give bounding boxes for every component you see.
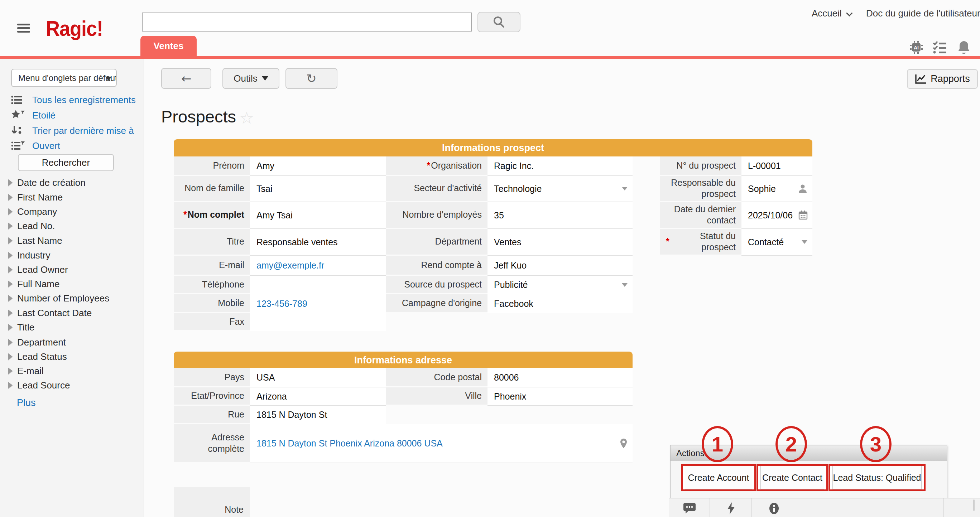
scrollbar-thumb[interactable] xyxy=(973,500,975,511)
sidebar-filter-industry[interactable]: Industry xyxy=(8,249,51,262)
field-label-etat: Etat/Province xyxy=(174,387,250,406)
record-bottom-bar xyxy=(669,498,980,517)
field-value-rue[interactable]: 1815 N Dayton St xyxy=(250,406,386,424)
create-contact-button[interactable]: Create Contact xyxy=(760,466,824,489)
lead-status-qualified-button[interactable]: Lead Status: Qualified xyxy=(832,466,922,489)
sidebar-filter-full-name[interactable]: Full Name xyxy=(8,278,59,290)
calendar-icon[interactable] xyxy=(798,210,808,220)
chart-icon xyxy=(915,74,927,84)
favorite-star-icon[interactable]: ☆ xyxy=(239,108,254,127)
field-value-lead-no[interactable]: L-00001 xyxy=(741,157,812,176)
field-value-titre[interactable]: Responsable ventes xyxy=(250,229,386,255)
field-label-rend-compte: Rend compte à xyxy=(386,255,487,276)
field-value-etat[interactable]: Arizona xyxy=(250,387,386,406)
annotation-badge-2: 2 xyxy=(775,426,807,462)
sidebar-filter-email[interactable]: E-mail xyxy=(8,365,44,377)
create-account-button[interactable]: Create Account xyxy=(685,466,752,489)
field-value-nom-complet[interactable]: Amy Tsai xyxy=(250,202,386,229)
comments-icon[interactable] xyxy=(683,502,696,515)
field-value-pays[interactable]: USA xyxy=(250,368,386,387)
rapports-button[interactable]: Rapports xyxy=(907,69,978,89)
dropdown-caret-icon[interactable] xyxy=(802,240,807,244)
dropdown-caret-icon[interactable] xyxy=(622,283,628,287)
accueil-menu[interactable]: Accueil xyxy=(811,8,851,19)
field-label-pays: Pays xyxy=(174,368,250,387)
sidebar-item-starred[interactable]: Etoilé xyxy=(11,108,56,122)
sidebar-filter-lead-status[interactable]: Lead Status xyxy=(8,350,67,363)
sidebar-filter-company[interactable]: Company xyxy=(8,205,57,218)
field-value-telephone[interactable] xyxy=(250,276,386,294)
chevron-down-icon xyxy=(846,10,853,16)
field-value-mobile[interactable]: 123-456-789 xyxy=(250,294,386,313)
sidebar-item-all-records[interactable]: Tous les enregistrements xyxy=(11,93,135,107)
sidebar-item-open[interactable]: Ouvert xyxy=(11,139,60,152)
field-value-statut[interactable]: Contacté xyxy=(741,229,812,255)
annotation-box-3: Lead Status: Qualified xyxy=(829,464,926,491)
field-value-organisation[interactable]: Ragic Inc. xyxy=(487,157,633,176)
field-value-responsable[interactable]: Sophie xyxy=(741,176,812,202)
tab-ventes[interactable]: Ventes xyxy=(140,36,197,56)
field-value-secteur[interactable]: Technologie xyxy=(487,176,633,202)
expand-arrow-icon xyxy=(8,266,13,273)
mobile-link[interactable]: 123-456-789 xyxy=(256,298,307,309)
rechercher-button[interactable]: Rechercher xyxy=(18,154,114,171)
field-value-department[interactable]: Ventes xyxy=(487,229,633,255)
field-value-code-postal[interactable]: 80006 xyxy=(487,368,633,387)
field-value-nom-famille[interactable]: Tsai xyxy=(250,176,386,202)
field-label-secteur: Secteur d'activité xyxy=(386,176,487,202)
field-value-prenom[interactable]: Amy xyxy=(250,157,386,176)
field-label-nom-famille: Nom de famille xyxy=(174,176,250,202)
expand-arrow-icon xyxy=(8,194,13,201)
field-label-responsable: Responsable du prospect xyxy=(660,176,741,202)
full-address-link[interactable]: 1815 N Dayton St Phoenix Arizona 80006 U… xyxy=(256,438,443,449)
sidebar-more-link[interactable]: Plus xyxy=(17,397,36,409)
back-button[interactable]: ← xyxy=(161,68,211,89)
field-value-date-dernier-contact[interactable]: 2025/10/06 xyxy=(741,202,812,229)
map-pin-icon[interactable] xyxy=(619,438,628,449)
expand-arrow-icon xyxy=(8,382,13,389)
field-value-email[interactable]: amy@exemple.fr xyxy=(250,255,386,276)
lightning-icon[interactable] xyxy=(726,502,737,515)
sidebar-filter-first-name[interactable]: First Name xyxy=(8,191,63,204)
dropdown-caret-icon[interactable] xyxy=(622,187,628,190)
section-header-prospect: Informations prospect xyxy=(174,139,812,157)
global-search-input[interactable] xyxy=(142,13,472,32)
expand-arrow-icon xyxy=(8,280,13,287)
search-button[interactable] xyxy=(477,12,520,32)
field-value-ville[interactable]: Phoenix xyxy=(487,387,633,406)
ai-assistant-icon[interactable]: AI xyxy=(909,40,923,54)
field-label-note: Note xyxy=(174,487,250,517)
sidebar-filter-date-creation[interactable]: Date de création xyxy=(8,176,86,189)
refresh-icon: ↻ xyxy=(306,72,317,84)
field-value-fax[interactable] xyxy=(250,313,386,331)
checklist-icon[interactable] xyxy=(932,40,947,54)
field-value-source[interactable]: Publicité xyxy=(487,276,633,294)
email-link[interactable]: amy@exemple.fr xyxy=(256,260,324,271)
field-label-campagne: Campagne d'origine xyxy=(386,294,487,313)
outils-button[interactable]: Outils xyxy=(223,68,279,89)
sidebar-filter-lead-owner[interactable]: Lead Owner xyxy=(8,263,68,276)
field-label-nombre-employes: Nombre d'employés xyxy=(386,202,487,229)
sidebar-filter-department[interactable]: Department xyxy=(8,336,66,349)
sidebar-filter-lead-no[interactable]: Lead No. xyxy=(8,219,55,232)
info-icon[interactable] xyxy=(768,502,780,515)
sidebar-filter-title[interactable]: Title xyxy=(8,321,34,334)
refresh-button[interactable]: ↻ xyxy=(285,68,337,89)
hamburger-menu-icon[interactable] xyxy=(17,24,30,34)
field-label-adresse-complete: Adresse complète xyxy=(174,424,250,463)
sidebar-filter-number-employees[interactable]: Number of Employees xyxy=(8,292,109,304)
tab-menu-select[interactable]: Menu d'onglets par défaut xyxy=(11,69,117,87)
sidebar-filter-last-contact-date[interactable]: Last Contact Date xyxy=(8,306,92,319)
sidebar-filter-lead-source[interactable]: Lead Source xyxy=(8,379,70,392)
field-value-nombre-employes[interactable]: 35 xyxy=(487,202,633,229)
doc-guide-link[interactable]: Doc du guide de l'utilisateur xyxy=(866,8,980,19)
expand-arrow-icon xyxy=(8,353,13,360)
field-value-rend-compte[interactable]: Jeff Kuo xyxy=(487,255,633,276)
sidebar-item-sort-last-update[interactable]: Trier par dernière mise à jour xyxy=(11,124,135,138)
back-arrow-icon: ← xyxy=(181,72,192,84)
sidebar-filter-last-name[interactable]: Last Name xyxy=(8,234,62,247)
field-value-campagne[interactable]: Facebook xyxy=(487,294,633,313)
page-title: Prospects xyxy=(161,107,236,126)
field-value-adresse-complete[interactable]: 1815 N Dayton St Phoenix Arizona 80006 U… xyxy=(250,424,633,463)
notifications-bell-icon[interactable] xyxy=(957,40,971,55)
